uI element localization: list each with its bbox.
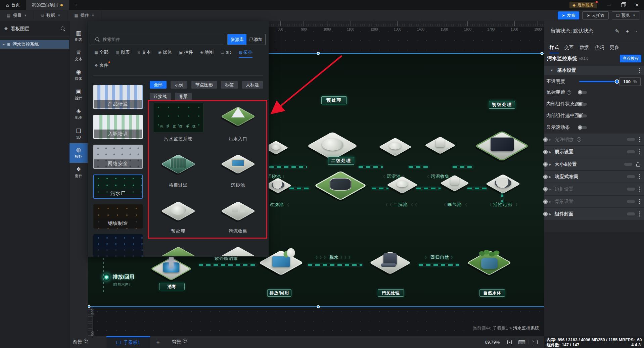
category-tab[interactable]: ▣ 控件 [179, 49, 193, 58]
template-item[interactable] [93, 234, 143, 257]
toggle-switch[interactable] [627, 138, 635, 141]
add-circle-icon[interactable]: + [84, 339, 88, 343]
console-button[interactable]: >_ [528, 340, 541, 344]
rail-item[interactable]: ◈ 地图 [70, 104, 88, 124]
opacity-input[interactable]: 100 % [619, 77, 641, 86]
iso-building[interactable] [156, 254, 186, 284]
foreground-button[interactable]: 前景 + [70, 336, 91, 348]
add-state-icon[interactable]: + [624, 28, 631, 34]
more-menu-icon[interactable] [639, 139, 640, 140]
inspector-tab[interactable]: 更多 [610, 45, 619, 53]
toggle-switch[interactable] [579, 126, 587, 129]
rail-item[interactable]: ◍ 拓扑 [70, 143, 88, 163]
inspector-tab[interactable]: 代码 [595, 45, 604, 53]
toggle-switch[interactable] [627, 150, 635, 153]
rail-item[interactable]: ▣ 控件 [70, 85, 88, 104]
tutorial-button[interactable]: 查看教程 [620, 55, 641, 62]
component-item-partial[interactable] [148, 243, 208, 256]
background-button[interactable]: 背景 + [169, 336, 190, 348]
expand-arrow-icon[interactable]: ▶ [549, 138, 551, 141]
subcategory-chip[interactable]: 全部 [150, 81, 167, 89]
iso-building[interactable] [483, 127, 521, 165]
iso-building[interactable] [473, 247, 505, 279]
more-menu-icon[interactable] [639, 70, 640, 71]
fit-screen-button[interactable] [504, 340, 515, 344]
slider-knob[interactable] [615, 80, 619, 84]
template-item[interactable]: 污水厂 [93, 175, 143, 199]
iso-building[interactable] [267, 139, 285, 156]
collapsed-section[interactable]: ▶ 组件封面 ? [544, 208, 644, 220]
more-menu-icon[interactable] [639, 151, 640, 152]
cloud-hosting-button[interactable]: ➤ 云托管 [582, 11, 609, 19]
iso-building[interactable] [265, 247, 297, 279]
component-item-partial[interactable] [208, 243, 268, 256]
expand-arrow-icon[interactable]: ▶ [549, 163, 551, 166]
template-item[interactable]: 入职培训 [93, 115, 143, 139]
toggle-switch[interactable] [579, 91, 587, 94]
tab-subboard[interactable]: 子看板1 [106, 336, 150, 348]
rail-item[interactable]: ❏ 3D [70, 124, 88, 143]
iso-building[interactable] [429, 134, 451, 156]
preview-button[interactable]: ❐ 预览 ▼ [612, 11, 640, 19]
publish-button[interactable]: ➤ 发布 [558, 11, 579, 19]
menu-item[interactable]: ▦ 操作 ▼ [67, 10, 101, 21]
collapsed-section[interactable]: ▶ 响应式布局 ? [544, 171, 644, 183]
toggle-switch[interactable] [627, 212, 635, 215]
collapsed-section[interactable]: ▶ 展示设置 ? [544, 146, 644, 158]
rail-item[interactable]: ◉ 媒体 [70, 65, 88, 85]
collapsed-section[interactable]: ▶ 边框设置 ? [544, 183, 644, 195]
toggle-switch[interactable] [627, 188, 635, 191]
subcategory-chip[interactable]: 标签 [221, 81, 238, 89]
selection-handle[interactable] [317, 52, 320, 55]
inspector-tab[interactable]: 数据 [580, 45, 589, 53]
iso-building[interactable] [383, 135, 407, 159]
opacity-slider[interactable] [579, 81, 618, 82]
chevron-right-icon[interactable]: › [633, 29, 639, 34]
collapsed-section[interactable]: ▶ 背景设置 ? [544, 196, 644, 207]
customize-service-button[interactable]: ◆ 定制服务 [569, 2, 597, 8]
selection-handle[interactable] [541, 52, 544, 55]
tab-project[interactable]: 我的空白项目 [26, 0, 69, 10]
category-tab[interactable]: ❏ 3D [221, 49, 232, 58]
layer-item[interactable]: ▶ ⊞ 污水监控系统 [0, 40, 69, 49]
selection-bottom-edge[interactable] [88, 306, 544, 307]
help-icon[interactable]: ? [577, 137, 581, 142]
search-icon[interactable] [61, 27, 65, 31]
restore-button[interactable] [616, 0, 630, 10]
iso-building[interactable] [491, 171, 515, 196]
subcategory-chip[interactable]: 大标题 [242, 81, 263, 89]
iso-building[interactable] [322, 167, 359, 204]
toggle-switch[interactable] [579, 114, 587, 117]
lock-icon[interactable] [636, 164, 640, 167]
expand-arrow-icon[interactable]: ▶ [549, 175, 551, 179]
menu-item[interactable]: ▤ 项目 ▼ [0, 10, 34, 21]
category-tab[interactable]: ◍ 拓扑 [239, 49, 252, 58]
more-menu-icon[interactable] [639, 213, 640, 214]
inspector-tab[interactable]: 交互 [564, 45, 574, 53]
tab-resource-library[interactable]: 资源库 [228, 34, 246, 45]
subcategory-chip[interactable]: 示例 [171, 81, 187, 89]
shortcuts-button[interactable]: ⌨ [515, 339, 528, 345]
category-tab[interactable]: ◉ 媒体 [158, 49, 172, 58]
toggle-switch[interactable] [627, 175, 635, 178]
expand-arrow-icon[interactable]: ▶ [3, 43, 5, 46]
tab-home[interactable]: ⌂ 首页 [0, 0, 26, 10]
collapse-arrow-icon[interactable]: ▼ [550, 69, 553, 72]
collapsed-section[interactable]: ▶ 允许缩放 ? [544, 134, 644, 145]
rail-item[interactable]: ❖ 套件 [70, 163, 88, 182]
add-circle-icon[interactable]: + [183, 339, 187, 343]
menu-item[interactable]: ⛁ 数据 ▼ [34, 10, 67, 21]
template-item[interactable]: 产品研发 [93, 85, 143, 109]
iso-building[interactable] [375, 248, 405, 278]
more-menu-icon[interactable] [639, 201, 640, 202]
expand-arrow-icon[interactable]: ▶ [549, 188, 551, 191]
expand-arrow-icon[interactable]: ▶ [549, 150, 551, 154]
collapsed-section[interactable]: ▶ 大小&位置 ? [544, 158, 644, 170]
expand-arrow-icon[interactable]: ▶ [549, 200, 551, 203]
edit-icon[interactable]: ✎ [613, 28, 622, 34]
expand-arrow-icon[interactable]: ▶ [549, 212, 551, 216]
more-menu-icon[interactable] [639, 176, 640, 177]
add-board-button[interactable]: + [150, 339, 169, 346]
inspector-tab[interactable]: 样式 [549, 45, 559, 53]
template-item[interactable]: 钢铁制造 [93, 204, 143, 229]
